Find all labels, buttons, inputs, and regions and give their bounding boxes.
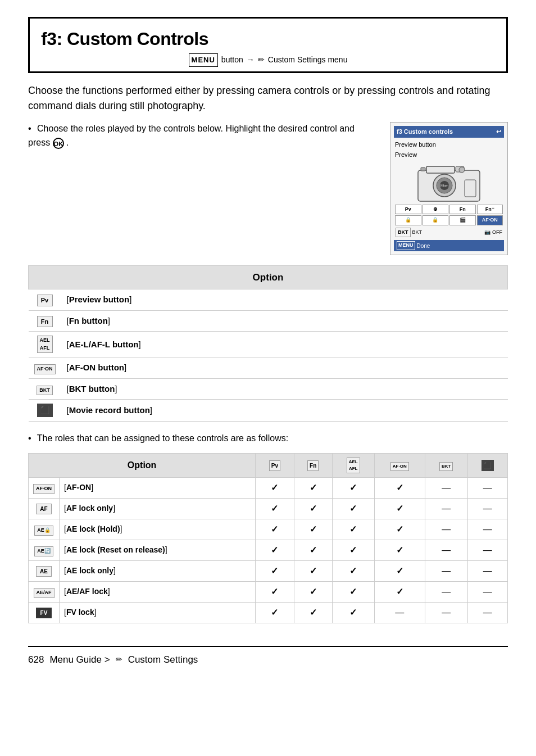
col-header-movie: ⬛	[467, 453, 507, 477]
bullet2-line: • The roles that can be assigned to thes…	[28, 432, 508, 445]
check-cell: —	[467, 581, 507, 602]
ael-col-icon: AELAFL	[347, 458, 360, 473]
icon-cell: AF·ON	[29, 477, 60, 498]
check-cell: —	[467, 477, 507, 498]
menu-path: MENU button → ✏ Custom Settings menu	[41, 53, 495, 67]
bkt-badge: BKT	[37, 386, 53, 396]
check-cell: ✓	[256, 560, 294, 581]
label-cell: [AF-ON button]	[61, 357, 508, 379]
check-cell: ✓	[256, 602, 294, 623]
check-cell: ✓	[332, 540, 374, 560]
first-table-header: Option	[29, 265, 508, 289]
table-row: Pv [Preview button]	[29, 289, 508, 311]
check-cell: —	[425, 498, 467, 519]
check-cell: ✓	[294, 581, 332, 602]
check-cell: ✓	[332, 581, 374, 602]
label-cell: [Fn button]	[61, 310, 508, 332]
label-cell: [AE-L/AF-L button]	[61, 332, 508, 357]
check-cell: ✓	[332, 477, 374, 498]
preview-done-bar: MENU Done	[394, 240, 504, 251]
ael-badge: AELAFL	[37, 336, 53, 353]
camera-svg: Nikon	[415, 162, 483, 202]
label-cell: [AE lock (Hold)]	[60, 519, 256, 540]
check-cell: ✓	[332, 498, 374, 519]
table-row: AE [AE lock only] ✓ ✓ ✓ ✓ — —	[29, 560, 508, 581]
icon-cell: AE/AF	[29, 581, 60, 602]
icon-cell: Pv	[29, 289, 61, 311]
icon-cell: AELAFL	[29, 332, 61, 357]
camera-preview: f3 Custom controls ↩ Preview button Prev…	[390, 122, 508, 255]
aeaf-row-badge: AE/AF	[34, 588, 54, 598]
check-cell: —	[467, 560, 507, 581]
bullet-dot-2: •	[28, 433, 31, 443]
table-row: ⬛ [Movie record button]	[29, 400, 508, 422]
bullet2-text: The roles that can be assigned to these …	[37, 433, 288, 443]
label-cell: [Movie record button]	[61, 400, 508, 422]
bkt-area: BKT BKT	[396, 228, 422, 238]
table-row: AF·ON [AF-ON button]	[29, 357, 508, 379]
label-cell: [AE lock (Reset on release)]	[60, 540, 256, 560]
grid-fn: Fn	[449, 205, 476, 215]
check-cell: ✓	[374, 519, 425, 540]
icon-cell: AF·ON	[29, 357, 61, 379]
footer-pencil-icon: ✏	[116, 654, 122, 666]
label-cell: [AF-ON]	[60, 477, 256, 498]
grid-afon: AF·ON	[477, 215, 503, 225]
table-row: AF [AF lock only] ✓ ✓ ✓ ✓ — —	[29, 498, 508, 519]
off-area: 📷 OFF	[484, 229, 502, 237]
footer-section: Custom Settings	[128, 653, 198, 667]
col-header-afon: AF·ON	[374, 453, 425, 477]
footer-page-number: 628	[28, 653, 44, 667]
intro-text: Choose the functions performed either by…	[28, 83, 508, 115]
table-row: Fn [Fn button]	[29, 310, 508, 332]
page-title: f3: Custom Controls	[41, 25, 495, 52]
icon-cell: BKT	[29, 378, 61, 400]
grid-ok: ⊛	[423, 205, 449, 215]
second-table-header-row: Option Pv Fn AELAFL AF·ON BKT ⬛	[29, 453, 508, 477]
table-row: BKT [BKT button]	[29, 378, 508, 400]
preview-back-icon: ↩	[496, 127, 501, 137]
check-cell: ✓	[256, 540, 294, 560]
check-cell: —	[425, 581, 467, 602]
grid-fn2: Fn⁻	[477, 205, 503, 215]
pv-col-icon: Pv	[269, 460, 280, 471]
bkt-icon: BKT	[396, 228, 411, 238]
first-option-table: Option Pv [Preview button] Fn [Fn button…	[28, 265, 508, 422]
check-cell: —	[374, 602, 425, 623]
table-row: AE🔒 [AE lock (Hold)] ✓ ✓ ✓ ✓ — —	[29, 519, 508, 540]
afon-col-icon: AF·ON	[390, 462, 409, 471]
off-text: OFF	[492, 229, 502, 237]
arrow-icon: →	[247, 54, 255, 66]
check-cell: ✓	[256, 477, 294, 498]
col-header-fn: Fn	[294, 453, 332, 477]
label-cell: [AE/AF lock]	[60, 581, 256, 602]
movie-badge: ⬛	[37, 404, 53, 417]
afon-row-badge: AF·ON	[33, 484, 54, 494]
fn-badge: Fn	[37, 316, 53, 328]
grid-movie: 🎬	[449, 215, 476, 225]
svg-rect-1	[426, 166, 455, 173]
check-cell: ✓	[374, 581, 425, 602]
check-cell: ✓	[332, 602, 374, 623]
fn-col-icon: Fn	[307, 460, 319, 471]
check-cell: ✓	[374, 477, 425, 498]
preview-icons-grid: Pv ⊛ Fn Fn⁻ 🔒 🔒 🎬 AF·ON	[395, 205, 503, 225]
grid-pv: Pv	[395, 205, 421, 215]
check-cell: —	[425, 477, 467, 498]
check-cell: ✓	[256, 519, 294, 540]
table-row: AELAFL [AE-L/AF-L button]	[29, 332, 508, 357]
preview-title-bar: f3 Custom controls ↩	[394, 126, 504, 138]
svg-rect-9	[465, 180, 476, 197]
svg-point-8	[459, 167, 465, 173]
check-cell: —	[467, 498, 507, 519]
footer-menu-guide: Menu Guide >	[49, 653, 110, 667]
grid-ae1: 🔒	[395, 215, 421, 225]
preview-bottom: BKT BKT 📷 OFF	[394, 227, 504, 238]
check-cell: ✓	[256, 581, 294, 602]
afon-badge: AF·ON	[34, 364, 56, 374]
menu-keyword: MENU	[189, 53, 218, 67]
aereset-row-badge: AE🔄	[34, 546, 53, 556]
preview-title-text: f3 Custom controls	[397, 127, 453, 137]
icon-cell: AE	[29, 560, 60, 581]
table-row: AF·ON [AF-ON] ✓ ✓ ✓ ✓ — —	[29, 477, 508, 498]
